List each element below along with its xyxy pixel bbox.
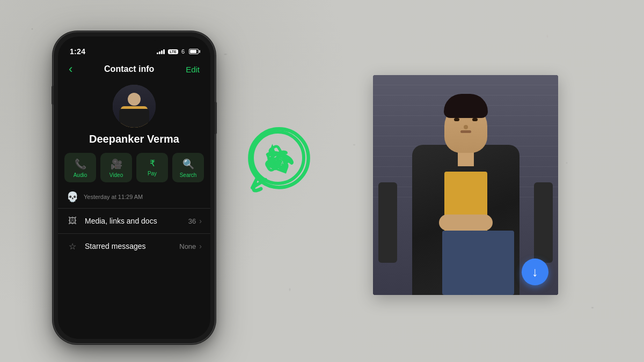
audio-icon: 📞 (75, 158, 86, 170)
activity-section: 💀 Yesterday at 11:29 AM (58, 188, 210, 206)
video-button[interactable]: 🎥 Video (100, 153, 132, 182)
status-time: 1:24 (70, 47, 85, 56)
signal-bars-icon (157, 49, 165, 54)
activity-emoji-icon: 💀 (67, 191, 78, 203)
phone-screen: 1:24 LTE 6 (58, 36, 210, 339)
chair-right (534, 182, 553, 263)
video-icon: 🎥 (111, 158, 122, 170)
starred-chevron-icon: › (199, 242, 202, 250)
menu-section: 🖼 Media, links and docs 36 › ☆ Starred m… (58, 206, 210, 261)
video-label: Video (109, 172, 123, 178)
nav-bar: ‹ Contact info Edit (58, 60, 210, 80)
nav-title: Contact info (104, 64, 154, 74)
search-label: Search (180, 172, 197, 178)
media-badge: 36 (188, 217, 196, 225)
photo-frame: ↓ (373, 75, 558, 295)
person-hands (439, 215, 493, 231)
pay-button[interactable]: ₹ Pay (136, 153, 168, 182)
media-menu-item[interactable]: 🖼 Media, links and docs 36 › (58, 208, 210, 233)
chair-left (378, 182, 397, 263)
starred-badge: None (179, 242, 196, 250)
pay-icon: ₹ (150, 158, 155, 168)
starred-icon: ☆ (67, 240, 78, 252)
activity-item: 💀 Yesterday at 11:29 AM (67, 191, 202, 203)
media-chevron-icon: › (199, 217, 202, 225)
action-row: 📞 Audio 🎥 Video ₹ Pay 🔍 Search (58, 153, 210, 188)
search-icon: 🔍 (182, 158, 194, 170)
battery-level: 6 (181, 48, 185, 55)
search-button[interactable]: 🔍 Search (172, 153, 204, 182)
avatar-image (113, 85, 156, 128)
photo-wrapper: ↓ (419, 35, 604, 255)
whatsapp-svg: ☎ (244, 126, 314, 196)
status-icons: LTE 6 (157, 48, 199, 55)
phone-body: 1:24 LTE 6 (54, 32, 215, 343)
svg-text:☎: ☎ (259, 144, 298, 181)
phone-mockup: 1:24 LTE 6 (54, 32, 215, 343)
starred-menu-item[interactable]: ☆ Starred messages None › (58, 233, 210, 258)
whatsapp-badge: ☎ (244, 126, 314, 196)
phone-notch (110, 40, 158, 51)
edit-button[interactable]: Edit (186, 65, 200, 74)
person-face-details (450, 115, 482, 137)
download-button[interactable]: ↓ (522, 258, 548, 285)
battery-icon (189, 49, 199, 54)
lte-badge: LTE (168, 49, 178, 54)
back-button[interactable]: ‹ (69, 62, 72, 76)
person-jeans-right (471, 231, 514, 295)
scene: 1:24 LTE 6 (0, 0, 644, 362)
audio-label: Audio (74, 172, 87, 178)
starred-text: Starred messages (85, 242, 179, 250)
activity-time: Yesterday at 11:29 AM (84, 194, 143, 200)
media-text: Media, links and docs (85, 217, 188, 225)
audio-button[interactable]: 📞 Audio (64, 153, 96, 182)
person-hair (444, 94, 488, 118)
pay-label: Pay (148, 171, 157, 176)
contact-name: Deepanker Verma (89, 133, 179, 145)
profile-section: Deepanker Verma (58, 80, 210, 153)
avatar[interactable] (113, 85, 156, 128)
download-icon: ↓ (532, 265, 538, 278)
media-icon: 🖼 (67, 215, 78, 227)
